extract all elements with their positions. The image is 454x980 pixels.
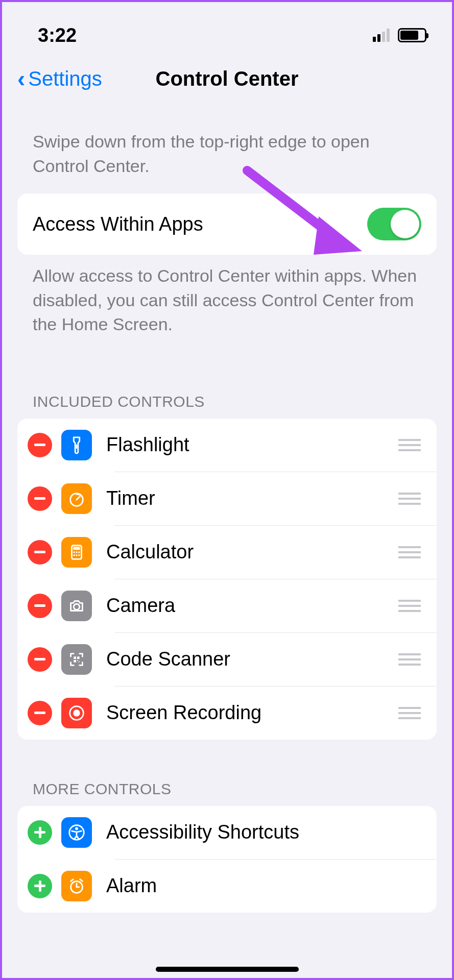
page-title: Control Center: [156, 67, 299, 90]
control-label: Alarm: [101, 875, 426, 897]
included-header: INCLUDED CONTROLS: [2, 352, 452, 419]
back-label: Settings: [28, 67, 102, 90]
remove-button[interactable]: [28, 594, 52, 618]
svg-point-10: [78, 554, 80, 556]
drag-handle-icon[interactable]: [398, 546, 421, 558]
svg-rect-13: [77, 656, 80, 659]
svg-line-2: [77, 497, 80, 500]
control-row: Screen Recording: [17, 687, 437, 740]
back-button[interactable]: ‹ Settings: [17, 65, 102, 92]
control-row: Timer: [17, 472, 437, 525]
control-row: Flashlight: [17, 419, 437, 472]
access-footer: Allow access to Control Center within ap…: [2, 255, 452, 352]
more-header: MORE CONTROLS: [2, 740, 452, 806]
remove-button[interactable]: [28, 540, 52, 565]
svg-rect-15: [77, 660, 78, 661]
remove-button[interactable]: [28, 486, 52, 511]
control-label: Timer: [101, 487, 389, 509]
control-label: Screen Recording: [101, 702, 389, 724]
svg-point-9: [76, 554, 77, 556]
add-button[interactable]: [28, 874, 52, 898]
svg-rect-12: [74, 656, 76, 659]
svg-point-8: [74, 554, 75, 556]
timer-icon: [61, 483, 92, 514]
flashlight-icon: [61, 430, 92, 460]
chevron-left-icon: ‹: [17, 65, 25, 92]
control-row: Camera: [17, 579, 437, 632]
included-controls-list: FlashlightTimerCalculatorCameraCode Scan…: [17, 419, 437, 740]
remove-button[interactable]: [28, 701, 52, 725]
access-card: Access Within Apps: [17, 193, 437, 255]
remove-button[interactable]: [28, 433, 52, 457]
control-label: Code Scanner: [101, 648, 389, 670]
status-time: 3:22: [38, 24, 77, 46]
calculator-icon: [61, 537, 92, 568]
settings-screen: 3:22 ‹ Settings Control Center Swipe dow…: [2, 2, 452, 978]
svg-rect-16: [79, 662, 80, 663]
nav-header: ‹ Settings Control Center: [2, 58, 452, 104]
alarm-icon: [61, 871, 92, 901]
drag-handle-icon[interactable]: [398, 653, 421, 666]
svg-point-5: [74, 551, 75, 553]
control-label: Flashlight: [101, 434, 389, 456]
accessibility-icon: [61, 817, 92, 848]
control-row: Calculator: [17, 526, 437, 579]
svg-rect-4: [73, 547, 80, 550]
svg-point-20: [75, 827, 78, 830]
access-toggle-label: Access Within Apps: [33, 213, 203, 235]
qr-icon: [61, 644, 92, 675]
control-row: Accessibility Shortcuts: [17, 806, 437, 859]
status-bar: 3:22: [2, 2, 452, 58]
cellular-icon: [373, 29, 390, 42]
battery-icon: [398, 28, 426, 42]
intro-description: Swipe down from the top-right edge to op…: [2, 104, 452, 193]
record-icon: [61, 698, 92, 728]
svg-point-18: [73, 709, 80, 716]
svg-point-6: [76, 551, 77, 553]
remove-button[interactable]: [28, 647, 52, 672]
drag-handle-icon[interactable]: [398, 600, 421, 612]
access-within-apps-row[interactable]: Access Within Apps: [17, 193, 437, 255]
camera-icon: [61, 591, 92, 621]
svg-rect-14: [74, 660, 76, 663]
control-row: Code Scanner: [17, 633, 437, 686]
control-label: Accessibility Shortcuts: [101, 821, 426, 843]
drag-handle-icon[interactable]: [398, 707, 421, 719]
svg-line-25: [80, 879, 83, 881]
svg-point-11: [74, 604, 79, 609]
control-label: Camera: [101, 595, 389, 617]
access-toggle-switch[interactable]: [367, 208, 421, 240]
drag-handle-icon[interactable]: [398, 493, 421, 505]
drag-handle-icon[interactable]: [398, 439, 421, 451]
more-controls-list: Accessibility ShortcutsAlarm: [17, 806, 437, 913]
svg-line-24: [71, 879, 74, 881]
control-row: Alarm: [17, 860, 437, 913]
control-label: Calculator: [101, 541, 389, 563]
home-indicator: [156, 967, 299, 972]
svg-point-7: [78, 551, 80, 553]
status-icons: [373, 28, 426, 42]
add-button[interactable]: [28, 820, 52, 845]
